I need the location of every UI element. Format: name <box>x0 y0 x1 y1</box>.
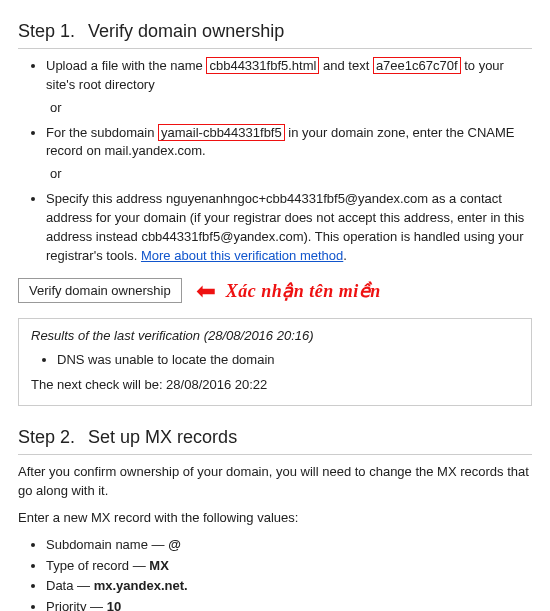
verify-row: Verify domain ownership ⬅ Xác nhận tên m… <box>18 278 532 304</box>
step1-option-cname: For the subdomain yamail-cbb44331fbf5 in… <box>46 124 532 187</box>
step2-enter: Enter a new MX record with the following… <box>18 509 532 528</box>
verification-results-box: Results of the last verification (28/08/… <box>18 318 532 407</box>
step2-intro: After you confirm ownership of your doma… <box>18 463 532 501</box>
mx-priority: Priority — 10 <box>46 598 532 611</box>
step2-title: Set up MX records <box>88 427 237 447</box>
more-about-link[interactable]: More about this verification method <box>141 248 343 263</box>
highlight-subdomain: yamail-cbb44331fbf5 <box>158 124 285 141</box>
step2-heading: Step 2. Set up MX records <box>18 424 532 455</box>
results-title: Results of the last verification (28/08/… <box>31 327 519 346</box>
step1-option-upload: Upload a file with the name cbb44331fbf5… <box>46 57 532 120</box>
results-item: DNS was unable to locate the domain <box>57 351 519 370</box>
mx-subdomain: Subdomain name — @ <box>46 536 532 555</box>
mx-data: Data — mx.yandex.net. <box>46 577 532 596</box>
step1-heading: Step 1. Verify domain ownership <box>18 18 532 49</box>
step1-number: Step 1. <box>18 21 75 41</box>
mx-type: Type of record — MX <box>46 557 532 576</box>
step1-option-email: Specify this address nguyenanhngoc+cbb44… <box>46 190 532 265</box>
step1-title: Verify domain ownership <box>88 21 284 41</box>
or-label: or <box>50 95 532 120</box>
step1-options-list: Upload a file with the name cbb44331fbf5… <box>18 57 532 265</box>
mx-values-list: Subdomain name — @ Type of record — MX D… <box>18 536 532 611</box>
results-next-check: The next check will be: 28/08/2016 20:22 <box>31 376 519 395</box>
verify-domain-button[interactable]: Verify domain ownership <box>18 278 182 303</box>
highlight-filename: cbb44331fbf5.html <box>206 57 319 74</box>
or-label: or <box>50 161 532 186</box>
step2-number: Step 2. <box>18 427 75 447</box>
annotation-text: Xác nhận tên miền <box>226 278 381 304</box>
highlight-filetext: a7ee1c67c70f <box>373 57 461 74</box>
results-list: DNS was unable to locate the domain <box>31 351 519 370</box>
arrow-icon: ⬅ <box>196 279 216 303</box>
